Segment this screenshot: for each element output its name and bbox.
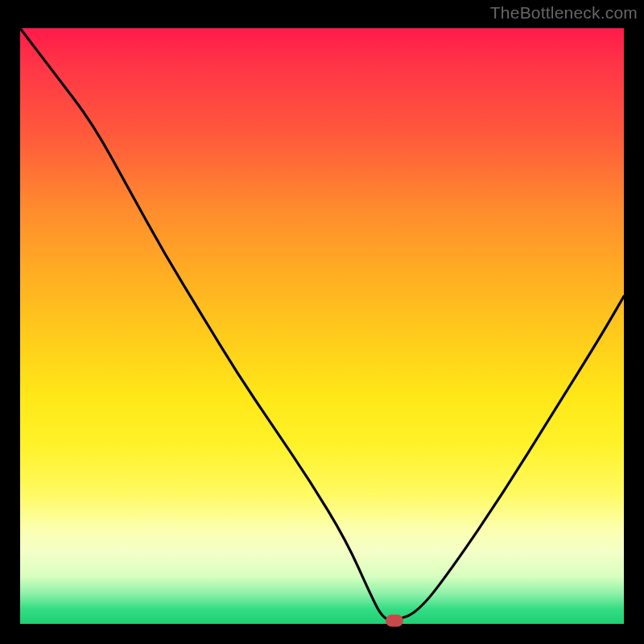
chart-frame: TheBottleneck.com: [0, 0, 644, 644]
bottleneck-curve: [20, 28, 624, 624]
plot-area: [20, 28, 624, 624]
optimal-point-marker: [386, 615, 403, 627]
watermark-text: TheBottleneck.com: [490, 3, 638, 23]
